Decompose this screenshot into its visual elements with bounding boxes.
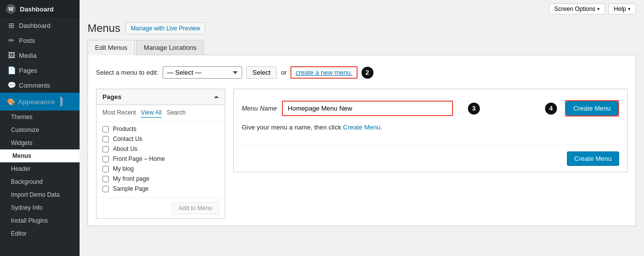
dashboard-label: Dashboard xyxy=(20,5,54,13)
dashboard-icon: ⊞ xyxy=(7,21,16,29)
select-label: Select a menu to edit: xyxy=(96,69,159,76)
screen-options-button[interactable]: Screen Options ▾ xyxy=(549,3,606,14)
sidebar: W Dashboard ⊞ Dashboard ✏ Posts 🖼 Media … xyxy=(0,0,80,256)
create-menu-button-top[interactable]: Create Menu xyxy=(566,101,618,116)
page-item-front-page[interactable]: Front Page – Home xyxy=(102,154,219,164)
sidebar-sub-editor[interactable]: Editor xyxy=(0,227,80,240)
about-us-label: About Us xyxy=(113,145,137,152)
contact-us-label: Contact Us xyxy=(113,135,142,142)
sidebar-sub-background[interactable]: Background xyxy=(0,175,80,188)
tab-search[interactable]: Search xyxy=(167,109,185,118)
comments-link: Comments xyxy=(19,82,50,89)
hint-link[interactable]: Create Menu xyxy=(343,124,380,131)
sidebar-logo[interactable]: W Dashboard xyxy=(0,0,80,18)
import-demo-label: Import Demo Data xyxy=(11,191,60,198)
posts-link: Posts xyxy=(19,37,35,44)
sidebar-item-posts[interactable]: ✏ Posts xyxy=(0,33,80,48)
posts-icon: ✏ xyxy=(7,36,16,44)
checkbox-my-front-page[interactable] xyxy=(102,176,109,182)
or-text: or xyxy=(281,69,287,76)
screen-options-label: Screen Options xyxy=(554,5,596,12)
add-to-menu-area: Add to Menu xyxy=(96,198,225,218)
tab-most-recent[interactable]: Most Recent xyxy=(102,109,136,118)
hint-text: Give your menu a name, then click Create… xyxy=(242,121,619,139)
pages-link: Pages xyxy=(19,67,37,74)
media-icon: 🖼 xyxy=(7,51,16,59)
sample-page-label: Sample Page xyxy=(113,185,149,192)
left-panel: Pages Most Recent View All Search Produc… xyxy=(96,89,225,219)
sidebar-sub-customize[interactable]: Customize xyxy=(0,124,80,136)
pages-panel-title: Pages xyxy=(102,93,121,101)
create-menu-btn-wrap: Create Menu xyxy=(565,100,619,117)
pages-icon: 📄 xyxy=(7,66,16,74)
sidebar-sub-menus[interactable]: Menus xyxy=(0,149,80,162)
main-panel: Select a menu to edit: — Select — Select… xyxy=(88,55,636,226)
help-button[interactable]: Help ▾ xyxy=(608,3,636,14)
content-area: Menus Manage with Live Preview Edit Menu… xyxy=(80,16,644,256)
tab-edit-menus[interactable]: Edit Menus xyxy=(88,40,135,55)
create-link-area: create a new menu. xyxy=(290,66,357,79)
step-badge-2: 2 xyxy=(362,67,373,79)
menu-name-input-wrap xyxy=(282,101,453,116)
appearance-arrow xyxy=(60,96,75,107)
page-item-sample-page[interactable]: Sample Page xyxy=(102,184,219,194)
collapse-icon[interactable] xyxy=(214,96,219,98)
tab-manage-locations[interactable]: Manage Locations xyxy=(136,40,204,55)
checkbox-contact-us[interactable] xyxy=(102,136,109,142)
pages-checklist: Products Contact Us About Us Front xyxy=(96,122,225,198)
add-to-menu-button[interactable]: Add to Menu xyxy=(172,202,219,214)
sidebar-item-pages[interactable]: 📄 Pages xyxy=(0,63,80,78)
step-badge-3: 3 xyxy=(468,103,480,115)
screen-options-caret: ▾ xyxy=(597,6,600,11)
menu-select-dropdown[interactable]: — Select — xyxy=(163,66,242,79)
sidebar-item-media[interactable]: 🖼 Media xyxy=(0,48,80,63)
editor-label: Editor xyxy=(11,230,26,237)
tab-view-all[interactable]: View All xyxy=(141,109,162,118)
tabs-nav: Edit Menus Manage Locations xyxy=(88,40,636,55)
checkbox-front-page[interactable] xyxy=(102,156,109,162)
sidebar-sub-header[interactable]: Header xyxy=(0,162,80,175)
page-item-products[interactable]: Products xyxy=(102,124,219,134)
select-menu-row: Select a menu to edit: — Select — Select… xyxy=(96,62,628,83)
sidebar-sub-themes[interactable]: Themes xyxy=(0,111,80,124)
page-title: Menus xyxy=(88,22,120,35)
two-col-layout: Pages Most Recent View All Search Produc… xyxy=(96,89,628,219)
sidebar-sub-install-plugins[interactable]: Install Plugins xyxy=(0,214,80,227)
menu-name-input[interactable] xyxy=(283,102,452,115)
page-item-contact-us[interactable]: Contact Us xyxy=(102,134,219,144)
products-label: Products xyxy=(113,126,136,132)
create-menu-button-bottom[interactable]: Create Menu xyxy=(567,151,619,166)
checkbox-products[interactable] xyxy=(102,126,109,132)
wp-icon: W xyxy=(6,4,16,14)
themes-label: Themes xyxy=(11,114,32,121)
select-button[interactable]: Select xyxy=(246,66,277,79)
menus-label: Menus xyxy=(12,152,31,159)
page-header: Menus Manage with Live Preview xyxy=(88,22,636,35)
top-bar: Screen Options ▾ Help ▾ xyxy=(80,0,644,16)
sidebar-sub-import-demo[interactable]: Import Demo Data xyxy=(0,188,80,201)
my-front-page-label: My front page xyxy=(113,175,149,182)
checkbox-sample-page[interactable] xyxy=(102,186,109,192)
page-item-about-us[interactable]: About Us xyxy=(102,144,219,154)
install-plugins-label: Install Plugins xyxy=(11,217,48,224)
left-panel-header: Pages xyxy=(96,89,225,105)
right-panel: Menu Name 3 4 Create Menu xyxy=(233,89,628,219)
main-content: Screen Options ▾ Help ▾ Menus Manage wit… xyxy=(80,0,644,256)
media-link: Media xyxy=(19,52,36,59)
sidebar-item-dashboard[interactable]: ⊞ Dashboard xyxy=(0,18,80,33)
sidebar-item-comments[interactable]: 💬 Comments xyxy=(0,78,80,93)
appearance-icon: 🎨 xyxy=(7,98,15,106)
front-page-label: Front Page – Home xyxy=(113,155,165,162)
live-preview-button[interactable]: Manage with Live Preview xyxy=(125,22,205,34)
sidebar-sub-widgets[interactable]: Widgets xyxy=(0,136,80,149)
checkbox-about-us[interactable] xyxy=(102,146,109,152)
sidebar-sub-sydney-info[interactable]: Sydney Info xyxy=(0,201,80,214)
customize-label: Customize xyxy=(11,127,39,133)
page-item-my-blog[interactable]: My blog xyxy=(102,164,219,174)
dashboard-link: Dashboard xyxy=(19,22,51,29)
create-new-menu-link[interactable]: create a new menu. xyxy=(295,69,352,76)
right-panel-inner: Menu Name 3 4 Create Menu xyxy=(233,89,628,172)
page-item-my-front-page[interactable]: My front page xyxy=(102,174,219,184)
sidebar-item-appearance[interactable]: 🎨 Appearance xyxy=(0,93,80,111)
checkbox-my-blog[interactable] xyxy=(102,166,109,172)
